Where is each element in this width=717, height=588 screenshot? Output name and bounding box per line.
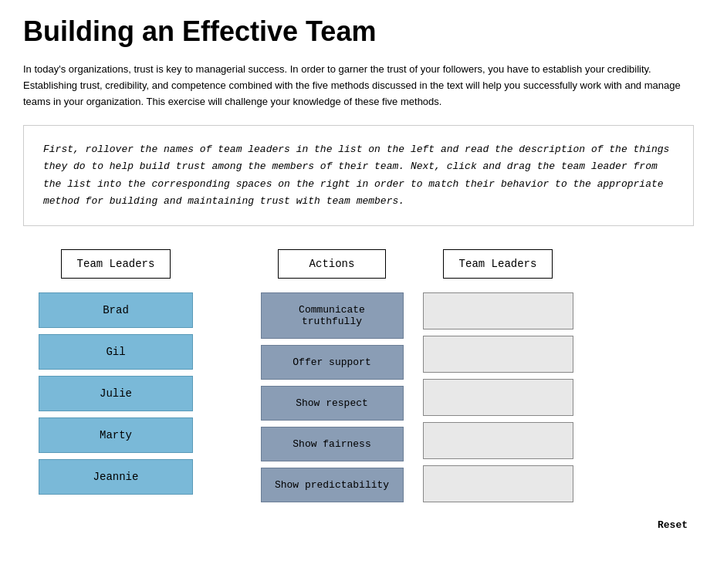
right-column: Team Leaders	[417, 249, 579, 509]
left-column: Team Leaders Brad Gil Julie Marty Jeanni…	[23, 249, 208, 501]
exercise-area: Team Leaders Brad Gil Julie Marty Jeanni…	[23, 249, 694, 509]
leader-gil[interactable]: Gil	[39, 334, 193, 370]
middle-column: Actions Communicate truthfully Offer sup…	[255, 249, 409, 509]
left-column-header: Team Leaders	[61, 249, 171, 279]
action-respect: Show respect	[261, 386, 404, 421]
action-fairness: Show fairness	[261, 427, 404, 461]
instruction-text: First, rollover the names of team leader…	[43, 141, 674, 209]
action-support: Offer support	[261, 345, 404, 380]
leader-julie[interactable]: Julie	[39, 376, 193, 411]
drop-zone-5[interactable]	[423, 465, 573, 502]
action-communicate: Communicate truthfully	[261, 292, 404, 339]
drop-zone-4[interactable]	[423, 422, 573, 459]
page-title: Building an Effective Team	[23, 15, 694, 48]
reset-area: Reset	[23, 516, 694, 534]
right-column-header: Team Leaders	[443, 249, 553, 279]
drop-zone-3[interactable]	[423, 379, 573, 416]
leader-marty[interactable]: Marty	[39, 417, 193, 453]
action-predictability: Show predictability	[261, 468, 404, 502]
intro-text: In today's organizations, trust is key t…	[23, 62, 694, 110]
instruction-box: First, rollover the names of team leader…	[23, 125, 694, 225]
drop-zone-2[interactable]	[423, 336, 573, 373]
reset-button[interactable]: Reset	[651, 516, 694, 534]
leader-brad[interactable]: Brad	[39, 292, 193, 328]
leader-jeannie[interactable]: Jeannie	[39, 459, 193, 495]
middle-column-header: Actions	[278, 249, 386, 279]
drop-zone-1[interactable]	[423, 292, 573, 329]
